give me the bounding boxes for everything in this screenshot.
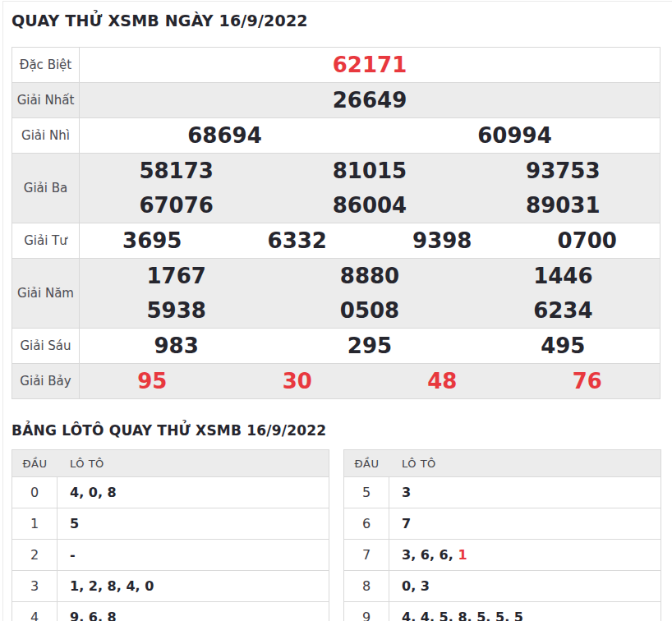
loto-row: 1 5 — [12, 508, 329, 539]
prize-number: 295 — [273, 334, 466, 358]
prize-number: 1767 — [80, 264, 273, 288]
prize-number: 93753 — [467, 159, 660, 183]
loto-row-values: 3, 6, 6, 1 — [389, 547, 660, 563]
prize-number-line: 593805086234 — [80, 293, 660, 328]
loto-digit: 3 — [402, 547, 411, 563]
prize-number: 0700 — [515, 228, 660, 253]
prize-number: 5938 — [80, 298, 273, 323]
prize-number-line: 670768600489031 — [80, 188, 660, 223]
prize-number: 67076 — [80, 193, 273, 218]
prize-row-numbers: 95304876 — [80, 364, 660, 398]
loto-tables: ĐẦU LÔ TÔ 0 4, 0, 8 1 5 2 - 3 1, 2, 8, 4… — [12, 449, 661, 621]
loto-digit: 8 — [108, 578, 117, 594]
page-title: QUAY THỬ XSMB NGÀY 16/9/2022 — [12, 0, 660, 30]
loto-digit: 6 — [440, 547, 449, 563]
loto-digit: 8 — [108, 485, 117, 500]
loto-row-dau: 4 — [12, 602, 58, 621]
loto-table-header: ĐẦU LÔ TÔ — [344, 450, 660, 476]
loto-rows-left: 0 4, 0, 8 1 5 2 - 3 1, 2, 8, 4, 0 4 9, 6… — [12, 476, 329, 621]
loto-digit: 5 — [514, 610, 523, 621]
prize-number-line: 176788801446 — [80, 259, 660, 293]
loto-row: 4 9, 6, 8 — [12, 601, 329, 621]
prize-number: 81015 — [273, 159, 466, 183]
prize-number: 89031 — [467, 193, 660, 218]
loto-row-values: 7 — [389, 516, 660, 531]
loto-row: 5 3 — [344, 476, 660, 508]
prize-number-line: 62171 — [80, 48, 660, 82]
prize-number: 58173 — [80, 159, 273, 183]
loto-digit: 1 — [70, 578, 79, 594]
column-header-dau: ĐẦU — [12, 458, 58, 470]
loto-row-values: 9, 6, 8 — [58, 610, 329, 621]
loto-digit: 0 — [402, 578, 411, 594]
prize-number: 6332 — [225, 228, 371, 253]
loto-digit: 7 — [402, 516, 411, 531]
loto-digit: 6 — [89, 610, 98, 621]
prize-number: 60994 — [370, 123, 660, 148]
prize-number: 26649 — [80, 88, 660, 113]
prize-row: Giải Bảy 95304876 — [12, 364, 660, 399]
prize-table: Đặc Biệt 62171 Giải Nhất 26649 Giải Nhì … — [12, 47, 660, 399]
prize-row: Giải Nhất 26649 — [12, 83, 660, 118]
prize-number: 86004 — [273, 193, 466, 218]
prize-number-line: 581738101593753 — [80, 154, 660, 188]
loto-row: 0 4, 0, 8 — [12, 476, 329, 508]
prize-number-line: 6869460994 — [80, 118, 660, 153]
loto-row: 8 0, 3 — [344, 570, 660, 601]
prize-row-numbers: 983295495 — [80, 329, 660, 363]
prize-row-label: Giải Bảy — [12, 364, 80, 398]
loto-digit: 1 — [458, 547, 467, 563]
loto-row: 9 4, 4, 5, 8, 5, 5, 5 — [344, 601, 660, 621]
prize-row-label: Đặc Biệt — [12, 48, 80, 82]
loto-row-values: 0, 3 — [389, 578, 660, 594]
prize-row-label: Giải Nhì — [12, 118, 80, 153]
prize-row-label: Giải Ba — [12, 154, 80, 223]
prize-row: Giải Tư 3695633293980700 — [12, 223, 660, 259]
loto-digit: 2 — [89, 578, 98, 594]
loto-digit: 6 — [421, 547, 430, 563]
loto-row: 2 - — [12, 539, 329, 570]
loto-section-title: BẢNG LÔTÔ QUAY THỬ XSMB 16/9/2022 — [12, 422, 660, 439]
prize-number: 0508 — [273, 298, 466, 323]
loto-digit: 8 — [458, 610, 467, 621]
loto-row-dau: 7 — [344, 540, 389, 570]
loto-row-dau: 6 — [344, 508, 389, 539]
prize-number: 9398 — [370, 228, 515, 253]
loto-digit: 4 — [402, 610, 411, 621]
loto-digit: 5 — [440, 610, 449, 621]
loto-row-values: 4, 0, 8 — [58, 485, 329, 500]
loto-row-values: 5 — [58, 516, 329, 531]
prize-row: Giải Sáu 983295495 — [12, 329, 660, 364]
loto-row-dau: 8 — [344, 571, 389, 601]
prize-number-line: 26649 — [80, 83, 660, 117]
prize-number: 30 — [225, 369, 371, 393]
prize-number: 68694 — [80, 123, 370, 148]
prize-number: 3695 — [80, 228, 225, 253]
loto-table-header: ĐẦU LÔ TÔ — [12, 450, 329, 476]
prize-number: 6234 — [467, 298, 660, 323]
loto-digit: 5 — [70, 516, 79, 531]
prize-row: Giải Ba 581738101593753670768600489031 — [12, 154, 660, 223]
prize-number-line: 3695633293980700 — [80, 223, 660, 258]
loto-digit: 0 — [145, 578, 154, 594]
prize-number: 1446 — [467, 264, 660, 288]
column-header-loto: LÔ TÔ — [58, 458, 329, 470]
loto-digit: 4 — [126, 578, 135, 594]
loto-table-left: ĐẦU LÔ TÔ 0 4, 0, 8 1 5 2 - 3 1, 2, 8, 4… — [12, 449, 329, 621]
prize-number: 495 — [467, 334, 660, 358]
loto-row: 6 7 — [344, 508, 660, 539]
prize-row-label: Giải Tư — [12, 223, 80, 258]
prize-row-numbers: 176788801446593805086234 — [80, 259, 660, 328]
loto-row: 7 3, 6, 6, 1 — [344, 539, 660, 570]
column-header-dau: ĐẦU — [344, 458, 389, 470]
loto-row: 3 1, 2, 8, 4, 0 — [12, 570, 329, 601]
loto-row-dau: 1 — [12, 508, 58, 539]
prize-number-line: 95304876 — [80, 364, 660, 398]
loto-digit: 3 — [402, 485, 411, 500]
prize-row-numbers: 581738101593753670768600489031 — [80, 154, 660, 223]
loto-digit: - — [70, 547, 76, 563]
loto-digit: 0 — [89, 485, 98, 500]
prize-number: 76 — [515, 369, 660, 393]
prize-row: Giải Năm 176788801446593805086234 — [12, 259, 660, 329]
loto-row-values: 4, 4, 5, 8, 5, 5, 5 — [389, 610, 660, 621]
